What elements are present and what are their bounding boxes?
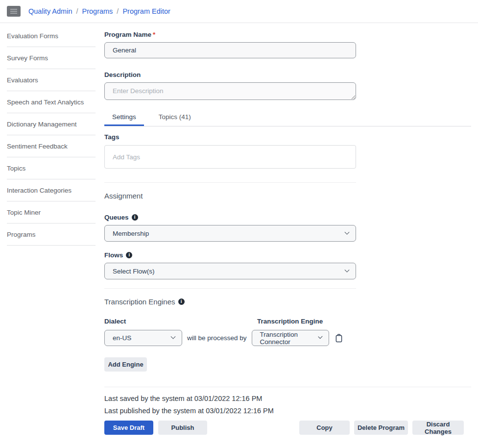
- info-icon[interactable]: i: [132, 214, 138, 221]
- chevron-down-icon: [345, 267, 350, 272]
- description-label: Description: [104, 71, 471, 78]
- sidebar-item-interaction-categories[interactable]: Interaction Categories: [0, 179, 100, 201]
- breadcrumb-quality-admin[interactable]: Quality Admin: [28, 7, 72, 15]
- program-name-input[interactable]: [104, 42, 356, 58]
- sidebar-item-sentiment-feedback[interactable]: Sentiment Feedback: [0, 135, 100, 157]
- tags-input[interactable]: [104, 145, 356, 169]
- tags-label: Tags: [104, 133, 471, 141]
- discard-changes-button[interactable]: Discard Changes: [412, 421, 464, 435]
- section-divider: [104, 288, 356, 289]
- dialect-select[interactable]: en-US: [104, 330, 182, 346]
- processed-by-text: will be processed by: [187, 334, 247, 342]
- transcription-engine-select[interactable]: Transcription Connector: [252, 330, 329, 346]
- delete-program-button[interactable]: Delete Program: [354, 421, 408, 435]
- program-name-label: Program Name*: [104, 31, 471, 38]
- queues-label-row: Queues i: [104, 214, 471, 221]
- transcription-engines-heading: Transcription Engines i: [104, 298, 471, 306]
- top-bar: Quality Admin / Programs / Program Edito…: [0, 0, 478, 23]
- add-engine-button[interactable]: Add Engine: [104, 357, 147, 372]
- footer-actions: Save Draft Publish Copy Delete Program D…: [104, 421, 464, 435]
- program-name-label-text: Program Name: [104, 31, 151, 38]
- copy-button[interactable]: Copy: [299, 421, 350, 435]
- engine-labels-row: Dialect Transcription Engine: [104, 318, 471, 326]
- transcription-engines-heading-text: Transcription Engines: [104, 298, 175, 306]
- hamburger-menu-button[interactable]: [7, 6, 21, 17]
- breadcrumb: Quality Admin / Programs / Program Edito…: [28, 0, 170, 23]
- delete-engine-button[interactable]: [335, 334, 343, 343]
- breadcrumb-separator: /: [117, 7, 119, 15]
- queues-label: Queues: [104, 214, 129, 221]
- footer-divider: [104, 387, 471, 387]
- publish-button[interactable]: Publish: [158, 421, 207, 435]
- flows-select[interactable]: Select Flow(s): [104, 263, 356, 279]
- breadcrumb-separator: /: [76, 7, 78, 15]
- info-icon[interactable]: i: [178, 299, 185, 305]
- tab-topics[interactable]: Topics (41): [151, 110, 199, 126]
- last-saved-text: Last saved by the system at 03/01/2022 1…: [104, 395, 471, 402]
- sidebar-item-speech-text-analytics[interactable]: Speech and Text Analytics: [0, 91, 100, 113]
- sidebar-item-evaluators[interactable]: Evaluators: [0, 69, 100, 91]
- chevron-down-icon: [345, 229, 350, 234]
- last-published-text: Last published by the system at 03/01/20…: [104, 407, 471, 415]
- sidebar-item-dictionary-management[interactable]: Dictionary Management: [0, 113, 100, 135]
- flows-label: Flows: [104, 251, 123, 259]
- required-asterisk: *: [153, 31, 155, 38]
- breadcrumb-programs[interactable]: Programs: [82, 7, 113, 15]
- flows-selected-value: Select Flow(s): [113, 268, 155, 275]
- transcription-engine-label: Transcription Engine: [257, 318, 323, 325]
- trash-icon: [335, 334, 343, 343]
- engine-mapping-row: en-US will be processed by Transcription…: [104, 330, 471, 346]
- sidebar-item-topic-miner[interactable]: Topic Miner: [0, 201, 100, 223]
- engine-selected-value: Transcription Connector: [260, 331, 319, 346]
- breadcrumb-program-editor[interactable]: Program Editor: [122, 7, 170, 15]
- sidebar-item-topics[interactable]: Topics: [0, 157, 100, 179]
- hamburger-icon: [10, 9, 17, 14]
- save-draft-button[interactable]: Save Draft: [104, 421, 153, 435]
- chevron-down-icon: [171, 334, 176, 339]
- dialect-selected-value: en-US: [113, 334, 131, 342]
- flows-label-row: Flows i: [104, 251, 471, 259]
- sidebar-item-evaluation-forms[interactable]: Evaluation Forms: [0, 25, 100, 47]
- queues-select[interactable]: Membership: [104, 225, 356, 242]
- sidebar-item-programs[interactable]: Programs: [0, 224, 100, 245]
- program-editor-form: Program Name* Description Settings Topic…: [104, 23, 471, 435]
- info-icon[interactable]: i: [126, 252, 132, 258]
- dialect-label: Dialect: [104, 318, 126, 325]
- sidebar-item-survey-forms[interactable]: Survey Forms: [0, 47, 100, 69]
- section-divider: [104, 182, 356, 183]
- tab-settings[interactable]: Settings: [104, 110, 144, 126]
- sidebar-nav: Evaluation Forms Survey Forms Evaluators…: [0, 25, 100, 246]
- sidebar-divider: [7, 245, 96, 246]
- tab-bar: Settings Topics (41): [104, 110, 471, 126]
- queues-selected-value: Membership: [113, 230, 149, 237]
- description-textarea[interactable]: [104, 82, 356, 100]
- assignment-heading: Assignment: [104, 192, 471, 200]
